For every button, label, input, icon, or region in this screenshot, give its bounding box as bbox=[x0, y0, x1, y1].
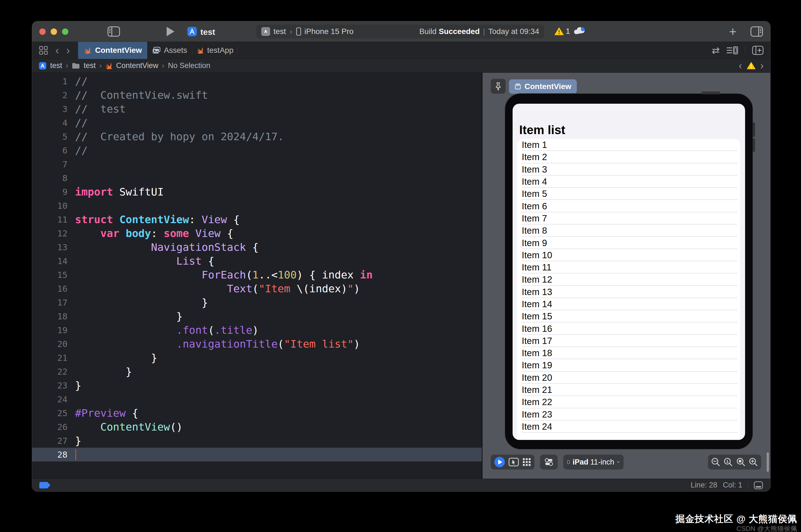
selectable-mode-button[interactable] bbox=[508, 458, 519, 467]
code-line[interactable]: 7 bbox=[32, 157, 482, 171]
code-editor[interactable]: 1//2// ContentView.swift3// test4//5// C… bbox=[32, 73, 482, 479]
list-item[interactable]: Item 23 bbox=[517, 408, 740, 421]
previous-issue-button[interactable]: ‹ bbox=[739, 61, 742, 71]
code-line[interactable]: 5// Created by hopy on 2024/4/17. bbox=[32, 130, 482, 144]
code-line[interactable]: 18 } bbox=[32, 309, 482, 323]
list-item[interactable]: Item 22 bbox=[517, 396, 740, 408]
list-item[interactable]: Item 14 bbox=[517, 298, 740, 310]
pin-preview-button[interactable] bbox=[491, 79, 506, 94]
line-number[interactable]: 23 bbox=[32, 380, 68, 391]
live-preview-button[interactable] bbox=[494, 456, 505, 468]
list-item[interactable]: Item 16 bbox=[517, 322, 740, 335]
code-line[interactable]: 1// bbox=[32, 74, 482, 88]
preview-scrollbar[interactable] bbox=[767, 452, 769, 472]
line-number[interactable]: 22 bbox=[32, 367, 68, 377]
line-number[interactable]: 8 bbox=[32, 173, 68, 183]
line-number[interactable]: 13 bbox=[32, 242, 68, 252]
line-number[interactable]: 28 bbox=[32, 450, 68, 459]
editor-focus-icon[interactable] bbox=[754, 481, 763, 489]
code-line[interactable]: 14 List { bbox=[32, 254, 482, 268]
line-number[interactable]: 24 bbox=[32, 394, 68, 404]
issue-warning-icon[interactable] bbox=[747, 62, 756, 70]
list-item[interactable]: Item 2 bbox=[517, 151, 740, 163]
line-number[interactable]: 15 bbox=[32, 270, 68, 280]
list-item[interactable]: Item 11 bbox=[517, 261, 740, 273]
code-line[interactable]: 20 .navigationTitle("Item list") bbox=[32, 337, 482, 351]
code-line[interactable]: 11struct ContentView: View { bbox=[32, 213, 482, 226]
code-line[interactable]: 10 bbox=[32, 199, 482, 213]
preview-target-chip[interactable]: ContentView bbox=[509, 79, 577, 94]
line-number[interactable]: 19 bbox=[32, 325, 68, 335]
code-line[interactable]: 23} bbox=[32, 379, 482, 392]
line-number[interactable]: 27 bbox=[32, 436, 68, 446]
breadcrumb-file[interactable]: ContentView bbox=[116, 61, 158, 70]
tab-assets[interactable]: Assets bbox=[147, 42, 192, 59]
line-number[interactable]: 7 bbox=[32, 159, 68, 169]
list-item[interactable]: Item 21 bbox=[517, 384, 740, 396]
code-line[interactable]: 19 .font(.title) bbox=[32, 323, 482, 337]
list-item[interactable]: Item 10 bbox=[517, 249, 740, 261]
line-number[interactable]: 4 bbox=[32, 118, 68, 128]
code-line[interactable]: 25#Preview { bbox=[32, 406, 482, 420]
line-number[interactable]: 26 bbox=[32, 422, 68, 432]
go-back-button[interactable]: ‹ bbox=[55, 45, 59, 56]
list-item[interactable]: Item 6 bbox=[517, 200, 740, 212]
tab-contentview[interactable]: ContentView bbox=[78, 42, 147, 59]
list-item[interactable]: Item 17 bbox=[517, 335, 740, 347]
navigator-toggle-icon[interactable] bbox=[107, 26, 120, 37]
scheme-name[interactable]: test bbox=[273, 27, 286, 36]
add-tab-button[interactable]: + bbox=[729, 24, 736, 39]
list-item[interactable]: Item 24 bbox=[517, 421, 740, 433]
minimize-window-button[interactable] bbox=[51, 28, 57, 35]
list-item[interactable]: Item 19 bbox=[517, 359, 740, 372]
zoom-100-icon[interactable]: 1 bbox=[723, 457, 733, 467]
code-line[interactable]: 16 Text("Item \(index)") bbox=[32, 282, 482, 296]
line-number[interactable]: 5 bbox=[32, 132, 68, 141]
line-number[interactable]: 18 bbox=[32, 311, 68, 321]
line-number[interactable]: 1 bbox=[32, 76, 68, 86]
line-number[interactable]: 21 bbox=[32, 353, 68, 363]
list-item[interactable]: Item 1 bbox=[517, 139, 740, 151]
zoom-fit-icon[interactable] bbox=[736, 457, 746, 467]
related-items-grid-icon[interactable] bbox=[39, 45, 48, 55]
zoom-in-icon[interactable] bbox=[748, 457, 758, 467]
code-line[interactable]: 27} bbox=[32, 434, 482, 448]
inspector-toggle-icon[interactable] bbox=[750, 26, 763, 37]
list-item[interactable]: Item 15 bbox=[517, 310, 740, 322]
list-item[interactable]: Item 8 bbox=[517, 225, 740, 237]
scheme-app-icon[interactable] bbox=[261, 27, 270, 36]
code-line[interactable]: 21 } bbox=[32, 351, 482, 365]
line-number[interactable]: 11 bbox=[32, 214, 68, 225]
list-item[interactable]: Item 13 bbox=[517, 286, 740, 298]
code-line[interactable]: 24 bbox=[32, 392, 482, 406]
code-line[interactable]: 3// test bbox=[32, 102, 482, 116]
close-window-button[interactable] bbox=[39, 28, 45, 35]
variants-mode-button[interactable] bbox=[522, 457, 531, 467]
list-item[interactable]: Item 18 bbox=[517, 347, 740, 359]
code-line[interactable]: 15 ForEach(1..<100) { index in bbox=[32, 268, 482, 282]
breadcrumb-selection[interactable]: No Selection bbox=[168, 61, 211, 70]
code-line[interactable]: 22 } bbox=[32, 365, 482, 379]
item-list[interactable]: Item 1Item 2Item 3Item 4Item 5Item 6Item… bbox=[517, 139, 740, 440]
breadcrumb-project[interactable]: test bbox=[50, 61, 62, 70]
breakpoints-toggle-icon[interactable] bbox=[39, 482, 50, 489]
next-issue-button[interactable]: › bbox=[760, 61, 764, 71]
line-number[interactable]: 9 bbox=[32, 187, 68, 197]
go-forward-button[interactable]: › bbox=[66, 45, 70, 56]
zoom-out-icon[interactable] bbox=[711, 457, 721, 467]
line-number[interactable]: 14 bbox=[32, 256, 68, 266]
code-line[interactable]: 12 var body: some View { bbox=[32, 226, 482, 240]
preview-device-selector[interactable]: iPad11-inch bbox=[563, 455, 623, 470]
code-line[interactable]: 8 bbox=[32, 171, 482, 185]
run-button[interactable] bbox=[167, 27, 175, 36]
breadcrumb-group[interactable]: test bbox=[84, 61, 96, 70]
list-item[interactable]: Item 5 bbox=[517, 188, 740, 200]
list-item[interactable]: Item 4 bbox=[517, 176, 740, 188]
editor-options-icon[interactable] bbox=[726, 46, 739, 55]
line-number[interactable]: 2 bbox=[32, 90, 68, 100]
code-line[interactable]: 4// bbox=[32, 116, 482, 130]
list-item[interactable]: Item 3 bbox=[517, 164, 740, 176]
code-line[interactable]: 9import SwiftUI bbox=[32, 185, 482, 199]
list-item[interactable]: Item 7 bbox=[517, 212, 740, 225]
build-status[interactable]: Build Succeeded | Today at 09:34 bbox=[419, 27, 539, 36]
